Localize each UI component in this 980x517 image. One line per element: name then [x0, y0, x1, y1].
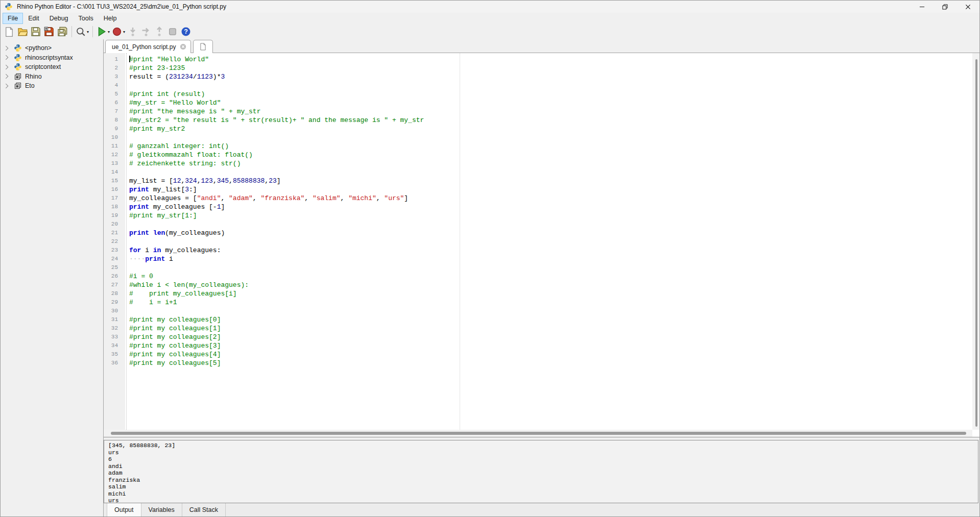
- code-line[interactable]: 12# gleitkommazahl float: float(): [104, 151, 972, 159]
- new-document-icon: [200, 43, 206, 51]
- code-text: print my_list[3:]: [122, 185, 197, 194]
- code-line[interactable]: 32#print my colleagues[1]: [104, 324, 972, 333]
- horizontal-scrollbar[interactable]: [104, 430, 972, 437]
- code-token: my_colleagues [-: [149, 203, 217, 211]
- vertical-scrollbar-thumb[interactable]: [975, 59, 977, 427]
- code-line[interactable]: 25: [104, 263, 972, 272]
- line-number: 36: [104, 359, 122, 367]
- code-token: "urs": [384, 194, 404, 202]
- code-token: #print "Hello World": [129, 56, 209, 63]
- stop-button[interactable]: [166, 25, 179, 38]
- new-document-tab[interactable]: [193, 40, 213, 53]
- dropdown-arrow-icon[interactable]: ▾: [108, 30, 110, 34]
- code-line[interactable]: 28# print my_colleagues[i]: [104, 289, 972, 298]
- code-token: :]: [189, 186, 197, 193]
- code-line[interactable]: 17my_colleagues = ["andi", "adam", "fran…: [104, 194, 972, 203]
- close-button[interactable]: [957, 1, 979, 13]
- save-all-button[interactable]: [56, 25, 69, 38]
- code-line[interactable]: 5#print int (result): [104, 90, 972, 99]
- horizontal-scrollbar-thumb[interactable]: [111, 432, 966, 435]
- code-line[interactable]: 34#print my colleagues[3]: [104, 341, 972, 350]
- tree-item-scriptcontext[interactable]: scriptcontext: [1, 62, 103, 72]
- search-button[interactable]: ▾: [75, 25, 90, 38]
- code-line[interactable]: 9#print my_str2: [104, 125, 972, 133]
- code-line[interactable]: 27#while i < len(my_colleagues):: [104, 281, 972, 289]
- expand-chevron-icon[interactable]: [5, 55, 11, 60]
- code-line[interactable]: 24····print i: [104, 255, 972, 263]
- code-editor[interactable]: 1#print "Hello World"2#print 23-12353res…: [104, 53, 979, 437]
- code-line[interactable]: 16print my_list[3:]: [104, 185, 972, 194]
- code-line[interactable]: 14: [104, 168, 972, 177]
- code-line[interactable]: 4: [104, 81, 972, 90]
- code-line[interactable]: 2#print 23-1235: [104, 64, 972, 72]
- dropdown-arrow-icon[interactable]: ▾: [123, 30, 125, 34]
- code-line[interactable]: 22: [104, 237, 972, 246]
- code-line[interactable]: 26#i = 0: [104, 272, 972, 281]
- menu-help[interactable]: Help: [99, 13, 122, 24]
- code-line[interactable]: 31#print my colleagues[0]: [104, 315, 972, 324]
- code-line[interactable]: 13# zeichenkette string: str(): [104, 159, 972, 168]
- breakpoint-button[interactable]: ▾: [111, 25, 126, 38]
- code-line[interactable]: 19#print my_str[1:]: [104, 211, 972, 220]
- step-into-button[interactable]: [126, 25, 139, 38]
- expand-chevron-icon[interactable]: [5, 64, 11, 70]
- save-button[interactable]: [29, 25, 42, 38]
- python-app-icon: [5, 3, 13, 11]
- code-line[interactable]: 33#print my colleagues[2]: [104, 333, 972, 341]
- save-as-button[interactable]: [42, 25, 56, 38]
- code-token: "adam": [229, 194, 253, 202]
- new-file-button[interactable]: [3, 25, 16, 38]
- bottom-tab-output[interactable]: Output: [107, 503, 141, 516]
- restore-button[interactable]: [934, 1, 957, 13]
- run-button[interactable]: ▾: [95, 25, 111, 38]
- code-line[interactable]: 29# i = i+1: [104, 298, 972, 307]
- code-text: #print 23-1235: [122, 64, 185, 72]
- expand-chevron-icon[interactable]: [5, 83, 11, 89]
- expand-chevron-icon[interactable]: [5, 45, 11, 51]
- open-file-button[interactable]: [16, 25, 29, 38]
- code-line[interactable]: 18print my_colleagues [-1]: [104, 203, 972, 211]
- code-text: #print my colleagues[2]: [122, 333, 221, 341]
- code-line[interactable]: 6#my_str = "Hello World": [104, 99, 972, 107]
- code-token: 23: [269, 177, 277, 185]
- bottom-tab-call-stack[interactable]: Call Stack: [182, 503, 226, 516]
- code-line[interactable]: 20: [104, 220, 972, 229]
- line-number: 14: [104, 168, 122, 177]
- step-over-button[interactable]: [139, 25, 153, 38]
- bottom-tab-variables[interactable]: Variables: [141, 503, 182, 516]
- menu-edit[interactable]: Edit: [23, 13, 44, 24]
- document-tab[interactable]: ue_01_Python script.py: [105, 40, 191, 53]
- tab-label: ue_01_Python script.py: [112, 43, 176, 51]
- code-line[interactable]: 21print len(my_colleagues): [104, 229, 972, 237]
- tree-item-rhinoscriptsyntax[interactable]: rhinoscriptsyntax: [1, 53, 103, 63]
- code-line[interactable]: 1#print "Hello World": [104, 55, 972, 64]
- code-line[interactable]: 10: [104, 133, 972, 142]
- code-line[interactable]: 36#print my colleagues[5]: [104, 359, 972, 367]
- code-line[interactable]: 15my_list = [12,324,123,345,85888838,23]: [104, 177, 972, 185]
- code-line[interactable]: 23for i in my_colleagues:: [104, 246, 972, 255]
- code-line[interactable]: 11# ganzzahl integer: int(): [104, 142, 972, 151]
- code-text: # gleitkommazahl float: float(): [122, 151, 253, 159]
- menu-tools[interactable]: Tools: [74, 13, 99, 24]
- module-icon: [14, 82, 22, 90]
- menu-file[interactable]: File: [3, 13, 23, 24]
- expand-chevron-icon[interactable]: [5, 73, 11, 79]
- dropdown-arrow-icon[interactable]: ▾: [87, 30, 89, 34]
- tab-close-icon[interactable]: [180, 43, 186, 50]
- tree-item-python[interactable]: <python>: [1, 43, 103, 53]
- code-line[interactable]: 7#print "the message is " + my_str: [104, 107, 972, 116]
- help-button[interactable]: ?: [179, 25, 193, 38]
- tree-item-rhino[interactable]: Rhino: [1, 72, 103, 82]
- code-line[interactable]: 8#my_str2 = "the result is " + str(resul…: [104, 116, 972, 125]
- menu-debug[interactable]: Debug: [44, 13, 74, 24]
- step-out-button[interactable]: [153, 25, 166, 38]
- code-line[interactable]: 3result = (231234/1123)*3: [104, 72, 972, 81]
- code-token: ,: [341, 194, 349, 202]
- code-line[interactable]: 30: [104, 307, 972, 315]
- minimize-button[interactable]: [911, 1, 934, 13]
- code-token: 324: [185, 177, 197, 185]
- code-line[interactable]: 35#print my colleagues[4]: [104, 350, 972, 359]
- code-token: print: [145, 255, 165, 263]
- vertical-scrollbar[interactable]: [972, 53, 979, 430]
- tree-item-eto[interactable]: Eto: [1, 81, 103, 91]
